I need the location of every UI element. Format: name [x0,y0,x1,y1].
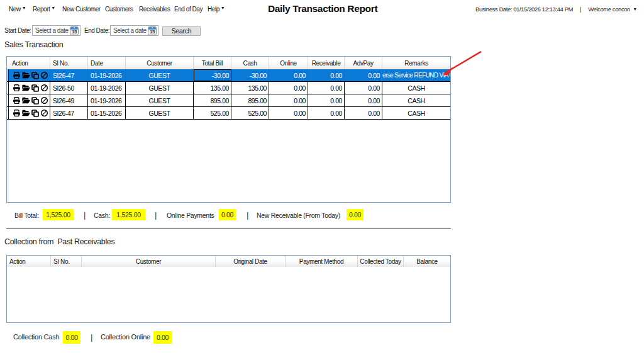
svg-text:15: 15 [150,29,155,35]
svg-text:15: 15 [72,29,77,35]
